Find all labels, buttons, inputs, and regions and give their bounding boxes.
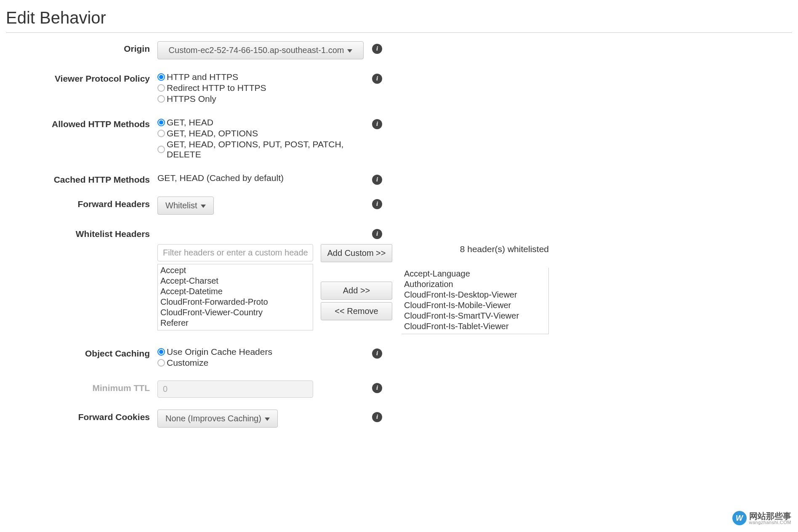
info-icon[interactable]: i — [372, 199, 382, 209]
label-viewer-protocol: Viewer Protocol Policy — [6, 71, 157, 84]
radio-get-head-options-put-post-patch-delete[interactable]: GET, HEAD, OPTIONS, PUT, POST, PATCH, DE… — [157, 139, 372, 160]
radio-label: HTTPS Only — [167, 94, 216, 104]
object-caching-radio-group: Use Origin Cache Headers Customize — [157, 346, 372, 368]
info-icon[interactable]: i — [372, 44, 382, 54]
radio-icon — [157, 130, 165, 137]
list-item[interactable]: CloudFront-Is-Mobile-Viewer — [404, 300, 546, 311]
list-item[interactable]: CloudFront-Is-SmartTV-Viewer — [404, 311, 546, 321]
list-item[interactable]: CloudFront-Forwarded-Proto — [160, 297, 310, 307]
whitelisted-count: 8 header(s) whitelisted — [402, 244, 549, 254]
label-origin: Origin — [6, 41, 157, 54]
radio-label: GET, HEAD — [167, 117, 213, 128]
selected-headers-listbox[interactable]: Accept-LanguageAuthorizationCloudFront-I… — [402, 268, 549, 334]
radio-http-and-https[interactable]: HTTP and HTTPS — [157, 72, 372, 82]
whitelist-right: 8 header(s) whitelisted Accept-LanguageA… — [402, 244, 549, 334]
chevron-down-icon — [347, 49, 352, 53]
radio-customize[interactable]: Customize — [157, 358, 372, 368]
allowed-methods-radio-group: GET, HEAD GET, HEAD, OPTIONS GET, HEAD, … — [157, 117, 372, 160]
add-button[interactable]: Add >> — [321, 282, 392, 300]
chevron-down-icon — [265, 418, 270, 421]
available-headers-listbox[interactable]: AcceptAccept-CharsetAccept-DatetimeCloud… — [157, 264, 313, 330]
label-forward-headers: Forward Headers — [6, 197, 157, 209]
remove-button[interactable]: << Remove — [321, 302, 392, 320]
label-whitelist-headers: Whitelist Headers — [6, 226, 157, 239]
row-cached-methods: Cached HTTP Methods GET, HEAD (Cached by… — [6, 172, 792, 185]
radio-icon — [157, 359, 165, 367]
viewer-protocol-radio-group: HTTP and HTTPS Redirect HTTP to HTTPS HT… — [157, 71, 372, 104]
radio-get-head[interactable]: GET, HEAD — [157, 117, 372, 128]
radio-redirect-http-to-https[interactable]: Redirect HTTP to HTTPS — [157, 83, 372, 93]
origin-dropdown-value: Custom-ec2-52-74-66-150.ap-southeast-1.c… — [169, 45, 344, 55]
page-title: Edit Behavior — [6, 8, 792, 27]
list-item[interactable]: Referer — [160, 318, 310, 328]
cached-methods-value: GET, HEAD (Cached by default) — [157, 172, 372, 183]
radio-label: Use Origin Cache Headers — [167, 347, 272, 357]
info-icon[interactable]: i — [372, 119, 382, 129]
label-forward-cookies: Forward Cookies — [6, 410, 157, 422]
info-icon[interactable]: i — [372, 229, 382, 239]
add-custom-button[interactable]: Add Custom >> — [321, 244, 392, 262]
row-viewer-protocol: Viewer Protocol Policy HTTP and HTTPS Re… — [6, 71, 792, 105]
radio-get-head-options[interactable]: GET, HEAD, OPTIONS — [157, 128, 372, 138]
whitelist-buttons: Add Custom >> Add >> << Remove — [321, 244, 392, 320]
whitelist-left: AcceptAccept-CharsetAccept-DatetimeCloud… — [157, 244, 313, 330]
row-whitelist-body: AcceptAccept-CharsetAccept-DatetimeCloud… — [6, 244, 792, 334]
info-icon[interactable]: i — [372, 175, 382, 185]
radio-label: GET, HEAD, OPTIONS — [167, 128, 258, 138]
forward-cookies-value: None (Improves Caching) — [165, 414, 261, 423]
radio-icon — [157, 95, 165, 103]
list-item[interactable]: Accept-Language — [404, 269, 546, 279]
label-allowed-methods: Allowed HTTP Methods — [6, 117, 157, 129]
list-item[interactable]: Accept-Charset — [160, 276, 310, 286]
list-item[interactable]: CloudFront-Is-Tablet-Viewer — [404, 321, 546, 332]
row-object-caching: Object Caching Use Origin Cache Headers … — [6, 346, 792, 369]
min-ttl-input[interactable] — [157, 380, 313, 398]
list-item[interactable]: Accept-Datetime — [160, 286, 310, 297]
list-item[interactable]: Accept — [160, 265, 310, 276]
forward-headers-value: Whitelist — [165, 201, 197, 210]
info-icon[interactable]: i — [372, 348, 382, 359]
row-origin: Origin Custom-ec2-52-74-66-150.ap-southe… — [6, 41, 792, 59]
info-icon[interactable]: i — [372, 412, 382, 422]
row-min-ttl: Minimum TTL i — [6, 380, 792, 398]
chevron-down-icon — [201, 205, 206, 208]
row-whitelist-headers: Whitelist Headers i — [6, 226, 792, 239]
radio-icon — [157, 73, 165, 81]
radio-https-only[interactable]: HTTPS Only — [157, 94, 372, 104]
row-forward-headers: Forward Headers Whitelist i — [6, 197, 792, 215]
row-forward-cookies: Forward Cookies None (Improves Caching) … — [6, 410, 792, 428]
radio-use-origin-cache-headers[interactable]: Use Origin Cache Headers — [157, 347, 372, 357]
label-min-ttl: Minimum TTL — [6, 380, 157, 393]
forward-headers-dropdown[interactable]: Whitelist — [157, 197, 214, 215]
radio-icon — [157, 84, 165, 92]
filter-headers-input[interactable] — [157, 244, 313, 261]
radio-icon — [157, 119, 165, 126]
list-item[interactable]: CloudFront-Is-Desktop-Viewer — [404, 290, 546, 300]
label-cached-methods: Cached HTTP Methods — [6, 172, 157, 185]
list-item[interactable]: CloudFront-Viewer-Country — [160, 307, 310, 318]
divider — [6, 32, 792, 33]
origin-dropdown[interactable]: Custom-ec2-52-74-66-150.ap-southeast-1.c… — [157, 41, 364, 59]
radio-label: HTTP and HTTPS — [167, 72, 238, 82]
info-icon[interactable]: i — [372, 383, 382, 393]
info-icon[interactable]: i — [372, 74, 382, 84]
list-item[interactable]: Authorization — [404, 279, 546, 290]
forward-cookies-dropdown[interactable]: None (Improves Caching) — [157, 410, 278, 428]
radio-icon — [157, 146, 165, 153]
label-object-caching: Object Caching — [6, 346, 157, 359]
radio-label: Customize — [167, 358, 208, 368]
row-allowed-methods: Allowed HTTP Methods GET, HEAD GET, HEAD… — [6, 117, 792, 160]
radio-icon — [157, 348, 165, 356]
radio-label: GET, HEAD, OPTIONS, PUT, POST, PATCH, DE… — [167, 139, 372, 160]
radio-label: Redirect HTTP to HTTPS — [167, 83, 266, 93]
